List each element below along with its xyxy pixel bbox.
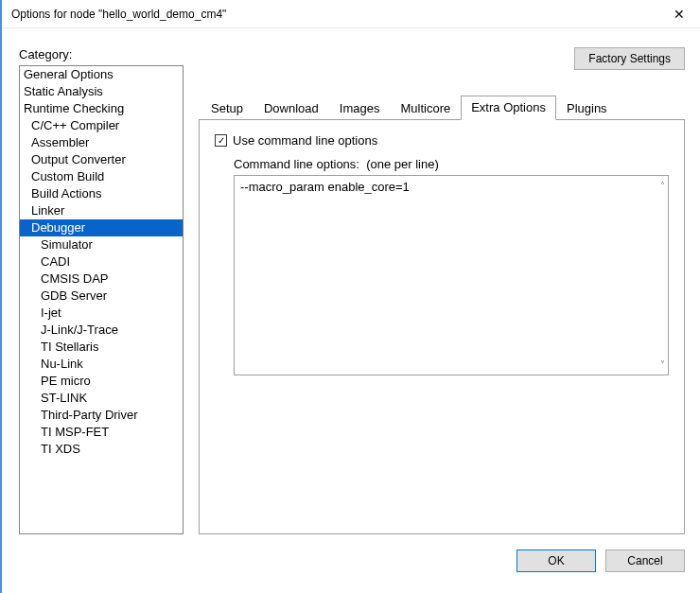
dialog-button-row: OK Cancel bbox=[2, 544, 700, 585]
category-listbox[interactable]: General OptionsStatic AnalysisRuntime Ch… bbox=[19, 65, 184, 534]
category-item[interactable]: Assembler bbox=[20, 134, 183, 151]
category-item[interactable]: C/C++ Compiler bbox=[20, 117, 183, 134]
tab-download[interactable]: Download bbox=[254, 96, 329, 120]
cmdline-textarea-wrap: ˄ ˅ bbox=[234, 175, 669, 375]
window-title: Options for node "hello_world_demo_cm4" bbox=[11, 8, 226, 21]
category-item[interactable]: Runtime Checking bbox=[20, 100, 183, 117]
use-cmdline-row: ✓ Use command line options bbox=[215, 133, 669, 148]
tab-content-extra-options: ✓ Use command line options Command line … bbox=[199, 119, 685, 534]
category-item[interactable]: TI Stellaris bbox=[20, 339, 183, 356]
category-item[interactable]: Static Analysis bbox=[20, 83, 183, 100]
ok-button[interactable]: OK bbox=[516, 549, 596, 572]
titlebar: Options for node "hello_world_demo_cm4" … bbox=[2, 0, 700, 28]
tab-setup[interactable]: Setup bbox=[201, 96, 254, 120]
category-item[interactable]: ST-LINK bbox=[20, 390, 183, 407]
category-item[interactable]: Custom Build bbox=[20, 168, 183, 185]
category-item[interactable]: Third-Party Driver bbox=[20, 407, 183, 424]
category-item[interactable]: I-jet bbox=[20, 305, 183, 322]
dialog-body: Category: General OptionsStatic Analysis… bbox=[2, 28, 700, 544]
tab-strip: SetupDownloadImagesMulticoreExtra Option… bbox=[199, 95, 685, 119]
tab-images[interactable]: Images bbox=[329, 96, 391, 120]
use-cmdline-label: Use command line options bbox=[233, 133, 377, 148]
category-item[interactable]: CADI bbox=[20, 253, 183, 270]
category-item[interactable]: PE micro bbox=[20, 373, 183, 390]
tab-plugins[interactable]: Plugins bbox=[556, 96, 618, 120]
cmdline-field-label: Command line options: (one per line) bbox=[234, 157, 669, 171]
tab-extra-options[interactable]: Extra Options bbox=[461, 96, 556, 120]
category-item[interactable]: Output Converter bbox=[20, 151, 183, 168]
category-item[interactable]: Simulator bbox=[20, 236, 183, 253]
category-column: Category: General OptionsStatic Analysis… bbox=[19, 47, 184, 534]
tab-multicore[interactable]: Multicore bbox=[390, 96, 461, 120]
category-item[interactable]: Nu-Link bbox=[20, 356, 183, 373]
close-icon[interactable]: ✕ bbox=[670, 7, 689, 22]
category-item[interactable]: GDB Server bbox=[20, 288, 183, 305]
category-item[interactable]: TI MSP-FET bbox=[20, 424, 183, 441]
factory-settings-button[interactable]: Factory Settings bbox=[574, 47, 685, 70]
category-item[interactable]: General Options bbox=[20, 66, 183, 83]
category-item[interactable]: CMSIS DAP bbox=[20, 270, 183, 288]
category-item[interactable]: Linker bbox=[20, 202, 183, 219]
cancel-button[interactable]: Cancel bbox=[605, 549, 685, 572]
category-item[interactable]: Debugger bbox=[20, 219, 183, 236]
category-item[interactable]: Build Actions bbox=[20, 185, 183, 202]
cmdline-textarea[interactable] bbox=[234, 175, 669, 375]
category-item[interactable]: TI XDS bbox=[20, 441, 183, 458]
category-item[interactable]: J-Link/J-Trace bbox=[20, 322, 183, 339]
top-button-row: Factory Settings bbox=[199, 47, 685, 70]
right-column: Factory Settings SetupDownloadImagesMult… bbox=[199, 47, 685, 534]
category-label: Category: bbox=[19, 47, 184, 61]
use-cmdline-checkbox[interactable]: ✓ bbox=[215, 134, 227, 147]
tab-panel: SetupDownloadImagesMulticoreExtra Option… bbox=[199, 95, 685, 534]
